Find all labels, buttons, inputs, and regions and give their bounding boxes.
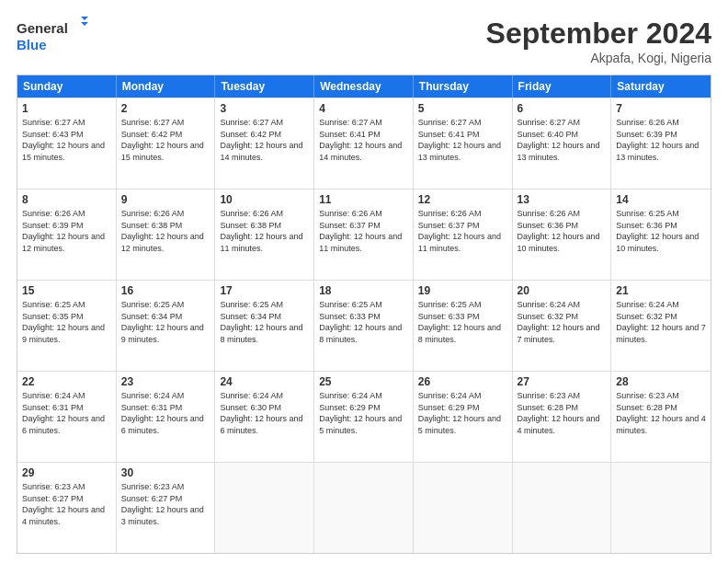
day-number: 30: [121, 466, 210, 479]
header-day-wednesday: Wednesday: [314, 75, 414, 98]
cell-info: Sunrise: 6:26 AMSunset: 6:39 PMDaylight:…: [616, 118, 699, 162]
day-number: 5: [418, 102, 507, 115]
logo-svg: General Blue: [17, 17, 90, 53]
day-number: 21: [616, 284, 706, 297]
day-number: 24: [220, 375, 309, 388]
calendar-row-2: 8 Sunrise: 6:26 AMSunset: 6:39 PMDayligh…: [17, 189, 711, 280]
day-number: 1: [22, 102, 111, 115]
calendar-cell-29: 29 Sunrise: 6:23 AMSunset: 6:27 PMDaylig…: [17, 463, 117, 553]
cell-info: Sunrise: 6:25 AMSunset: 6:34 PMDaylight:…: [220, 300, 302, 344]
calendar-row-3: 15 Sunrise: 6:25 AMSunset: 6:35 PMDaylig…: [17, 280, 711, 371]
calendar-cell-15: 15 Sunrise: 6:25 AMSunset: 6:35 PMDaylig…: [17, 281, 117, 371]
cell-info: Sunrise: 6:24 AMSunset: 6:31 PMDaylight:…: [22, 391, 105, 435]
cell-info: Sunrise: 6:26 AMSunset: 6:36 PMDaylight:…: [518, 209, 600, 253]
day-number: 8: [22, 193, 111, 206]
day-number: 9: [121, 193, 210, 206]
cell-info: Sunrise: 6:26 AMSunset: 6:37 PMDaylight:…: [418, 209, 501, 253]
cell-info: Sunrise: 6:24 AMSunset: 6:32 PMDaylight:…: [518, 300, 600, 344]
day-number: 10: [220, 193, 309, 206]
day-number: 23: [121, 375, 210, 388]
calendar-cell-20: 20 Sunrise: 6:24 AMSunset: 6:32 PMDaylig…: [513, 281, 612, 371]
day-number: 20: [518, 284, 607, 297]
cell-info: Sunrise: 6:25 AMSunset: 6:35 PMDaylight:…: [22, 300, 105, 344]
cell-info: Sunrise: 6:27 AMSunset: 6:42 PMDaylight:…: [220, 118, 302, 162]
day-number: 25: [319, 375, 408, 388]
day-number: 22: [22, 375, 111, 388]
header: General Blue September 2024 Akpafa, Kogi…: [17, 17, 711, 65]
cell-info: Sunrise: 6:25 AMSunset: 6:33 PMDaylight:…: [418, 300, 501, 344]
day-number: 4: [319, 102, 408, 115]
calendar-cell-5: 5 Sunrise: 6:27 AMSunset: 6:41 PMDayligh…: [414, 98, 513, 189]
calendar-cell-25: 25 Sunrise: 6:24 AMSunset: 6:29 PMDaylig…: [314, 372, 414, 462]
day-number: 28: [616, 375, 706, 388]
calendar-cell-7: 7 Sunrise: 6:26 AMSunset: 6:39 PMDayligh…: [611, 98, 711, 189]
calendar-cell-empty: [611, 463, 711, 553]
calendar-cell-16: 16 Sunrise: 6:25 AMSunset: 6:34 PMDaylig…: [117, 281, 216, 371]
day-number: 17: [220, 284, 309, 297]
cell-info: Sunrise: 6:24 AMSunset: 6:32 PMDaylight:…: [616, 300, 706, 344]
calendar-cell-1: 1 Sunrise: 6:27 AMSunset: 6:43 PMDayligh…: [17, 98, 117, 189]
calendar-cell-2: 2 Sunrise: 6:27 AMSunset: 6:42 PMDayligh…: [117, 98, 216, 189]
cell-info: Sunrise: 6:23 AMSunset: 6:28 PMDaylight:…: [518, 391, 600, 435]
day-number: 29: [22, 466, 111, 479]
calendar-cell-4: 4 Sunrise: 6:27 AMSunset: 6:41 PMDayligh…: [314, 98, 414, 189]
calendar-row-1: 1 Sunrise: 6:27 AMSunset: 6:43 PMDayligh…: [17, 98, 711, 189]
cell-info: Sunrise: 6:27 AMSunset: 6:40 PMDaylight:…: [518, 118, 600, 162]
cell-info: Sunrise: 6:25 AMSunset: 6:34 PMDaylight:…: [121, 300, 204, 344]
month-title: September 2024: [486, 17, 711, 51]
calendar-row-5: 29 Sunrise: 6:23 AMSunset: 6:27 PMDaylig…: [17, 462, 711, 553]
calendar-row-4: 22 Sunrise: 6:24 AMSunset: 6:31 PMDaylig…: [17, 371, 711, 462]
calendar: SundayMondayTuesdayWednesdayThursdayFrid…: [17, 75, 711, 554]
svg-marker-3: [81, 22, 88, 26]
day-number: 2: [121, 102, 210, 115]
location: Akpafa, Kogi, Nigeria: [486, 51, 711, 65]
calendar-cell-24: 24 Sunrise: 6:24 AMSunset: 6:30 PMDaylig…: [215, 372, 314, 462]
calendar-cell-empty: [215, 463, 314, 553]
calendar-cell-11: 11 Sunrise: 6:26 AMSunset: 6:37 PMDaylig…: [314, 190, 414, 280]
cell-info: Sunrise: 6:23 AMSunset: 6:28 PMDaylight:…: [616, 391, 706, 435]
day-number: 19: [418, 284, 507, 297]
day-number: 6: [518, 102, 607, 115]
header-day-friday: Friday: [513, 75, 612, 98]
calendar-cell-empty: [314, 463, 414, 553]
calendar-cell-6: 6 Sunrise: 6:27 AMSunset: 6:40 PMDayligh…: [513, 98, 612, 189]
calendar-cell-empty: [513, 463, 612, 553]
header-day-tuesday: Tuesday: [215, 75, 314, 98]
calendar-cell-8: 8 Sunrise: 6:26 AMSunset: 6:39 PMDayligh…: [17, 190, 117, 280]
calendar-cell-22: 22 Sunrise: 6:24 AMSunset: 6:31 PMDaylig…: [17, 372, 117, 462]
logo: General Blue: [17, 17, 90, 53]
day-number: 12: [418, 193, 507, 206]
cell-info: Sunrise: 6:24 AMSunset: 6:29 PMDaylight:…: [418, 391, 501, 435]
calendar-cell-21: 21 Sunrise: 6:24 AMSunset: 6:32 PMDaylig…: [611, 281, 711, 371]
cell-info: Sunrise: 6:26 AMSunset: 6:38 PMDaylight:…: [220, 209, 302, 253]
day-number: 27: [518, 375, 607, 388]
calendar-cell-30: 30 Sunrise: 6:23 AMSunset: 6:27 PMDaylig…: [117, 463, 216, 553]
svg-text:General: General: [17, 20, 68, 36]
calendar-cell-26: 26 Sunrise: 6:24 AMSunset: 6:29 PMDaylig…: [414, 372, 513, 462]
cell-info: Sunrise: 6:23 AMSunset: 6:27 PMDaylight:…: [121, 482, 204, 526]
calendar-body: 1 Sunrise: 6:27 AMSunset: 6:43 PMDayligh…: [17, 98, 711, 553]
calendar-cell-18: 18 Sunrise: 6:25 AMSunset: 6:33 PMDaylig…: [314, 281, 414, 371]
header-day-sunday: Sunday: [17, 75, 117, 98]
calendar-cell-9: 9 Sunrise: 6:26 AMSunset: 6:38 PMDayligh…: [117, 190, 216, 280]
day-number: 3: [220, 102, 309, 115]
day-number: 15: [22, 284, 111, 297]
cell-info: Sunrise: 6:26 AMSunset: 6:37 PMDaylight:…: [319, 209, 402, 253]
cell-info: Sunrise: 6:24 AMSunset: 6:29 PMDaylight:…: [319, 391, 402, 435]
cell-info: Sunrise: 6:26 AMSunset: 6:39 PMDaylight:…: [22, 209, 105, 253]
calendar-cell-23: 23 Sunrise: 6:24 AMSunset: 6:31 PMDaylig…: [117, 372, 216, 462]
cell-info: Sunrise: 6:25 AMSunset: 6:36 PMDaylight:…: [616, 209, 699, 253]
cell-info: Sunrise: 6:25 AMSunset: 6:33 PMDaylight:…: [319, 300, 402, 344]
cell-info: Sunrise: 6:27 AMSunset: 6:41 PMDaylight:…: [319, 118, 402, 162]
calendar-cell-12: 12 Sunrise: 6:26 AMSunset: 6:37 PMDaylig…: [414, 190, 513, 280]
calendar-cell-14: 14 Sunrise: 6:25 AMSunset: 6:36 PMDaylig…: [611, 190, 711, 280]
day-number: 14: [616, 193, 706, 206]
day-number: 18: [319, 284, 408, 297]
cell-info: Sunrise: 6:27 AMSunset: 6:43 PMDaylight:…: [22, 118, 105, 162]
calendar-cell-19: 19 Sunrise: 6:25 AMSunset: 6:33 PMDaylig…: [414, 281, 513, 371]
calendar-cell-28: 28 Sunrise: 6:23 AMSunset: 6:28 PMDaylig…: [611, 372, 711, 462]
day-number: 13: [518, 193, 607, 206]
calendar-cell-13: 13 Sunrise: 6:26 AMSunset: 6:36 PMDaylig…: [513, 190, 612, 280]
day-number: 11: [319, 193, 408, 206]
day-number: 16: [121, 284, 210, 297]
